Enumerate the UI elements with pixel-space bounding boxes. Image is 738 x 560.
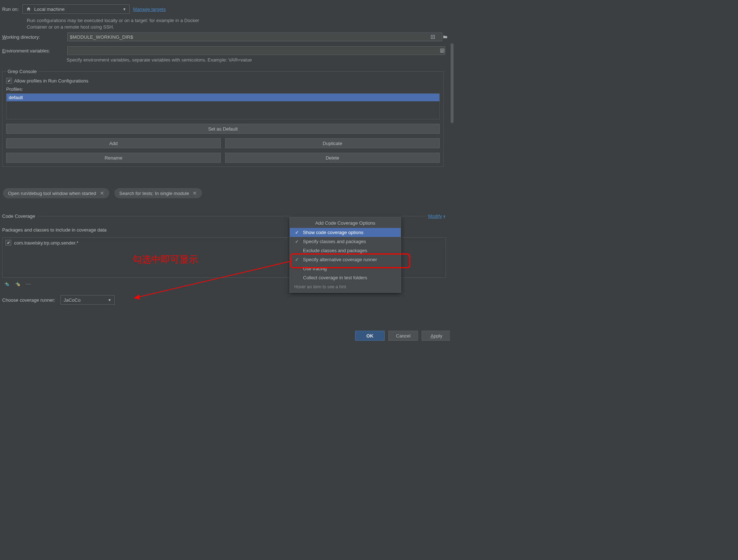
- delete-button[interactable]: Delete: [225, 153, 440, 163]
- packages-label: Packages and classes to include in cover…: [2, 227, 106, 233]
- annotation-text: 勾选中即可显示: [132, 253, 198, 266]
- chevron-down-icon: ▾: [443, 214, 445, 218]
- popup-title: Add Code Coverage Options: [290, 219, 401, 228]
- svg-marker-6: [134, 294, 140, 300]
- code-coverage-label: Code Coverage: [2, 213, 35, 219]
- popup-item-use-tracing[interactable]: Use tracing: [290, 264, 401, 273]
- divider: [38, 216, 425, 216]
- profiles-list[interactable]: default: [6, 93, 440, 119]
- popup-item-label: Specify alternative coverage runner: [303, 257, 377, 262]
- svg-point-2: [7, 284, 9, 286]
- allow-profiles-label: Allow profiles in Run Configurations: [14, 78, 88, 84]
- working-dir-label: Working directory:: [2, 34, 64, 40]
- profiles-label: Profiles:: [6, 86, 440, 92]
- popup-item-label: Collect coverage in test folders: [303, 275, 367, 280]
- choose-runner-combo[interactable]: JaCoCo ▼: [60, 295, 115, 305]
- package-entry-text: com.travelsky.trp.ump.sender.*: [14, 240, 79, 246]
- tag-open-tool-window[interactable]: Open run/debug tool window when started …: [3, 188, 109, 198]
- vertical-scrollbar[interactable]: [450, 0, 454, 343]
- popup-item-exclude-classes[interactable]: Exclude classes and packages: [290, 246, 401, 255]
- home-icon: [26, 6, 31, 12]
- duplicate-button[interactable]: Duplicate: [225, 138, 440, 148]
- scrollbar-thumb[interactable]: [451, 43, 454, 123]
- modify-link[interactable]: Modify ▾: [428, 213, 445, 219]
- add-package-icon[interactable]: [14, 281, 20, 287]
- rename-button[interactable]: Rename: [6, 153, 221, 163]
- popup-hint: Hover an item to see a hint: [290, 282, 401, 290]
- env-vars-input[interactable]: [67, 46, 445, 55]
- cancel-button[interactable]: Cancel: [388, 331, 418, 341]
- profile-item-default[interactable]: default: [7, 94, 439, 101]
- apply-button[interactable]: Apply: [422, 331, 451, 341]
- env-vars-label: Environment variables:: [2, 48, 64, 54]
- tag-label: Open run/debug tool window when started: [8, 191, 96, 196]
- grep-console-legend: Grep Console: [6, 69, 38, 74]
- dialog-button-bar: OK Cancel Apply: [355, 331, 451, 341]
- add-button[interactable]: Add: [6, 138, 221, 148]
- popup-item-collect-folders[interactable]: Collect coverage in test folders: [290, 273, 401, 282]
- insert-macro-icon[interactable]: [430, 34, 436, 40]
- manage-targets-link[interactable]: Manage targets: [133, 7, 166, 12]
- run-on-hint: Run configurations may be executed local…: [27, 17, 204, 30]
- add-class-icon[interactable]: [4, 281, 9, 287]
- env-vars-browse-icon[interactable]: [439, 48, 445, 54]
- chevron-down-icon: ▼: [123, 7, 126, 11]
- env-vars-hint: Specify environment variables, separate …: [67, 57, 252, 63]
- checkbox-checked-icon: ✔: [6, 78, 12, 84]
- close-icon[interactable]: ✕: [193, 190, 197, 196]
- choose-runner-value: JaCoCo: [64, 297, 81, 303]
- allow-profiles-checkbox[interactable]: ✔ Allow profiles in Run Configurations: [6, 78, 440, 84]
- run-on-combo[interactable]: Local machine ▼: [22, 4, 130, 14]
- remove-icon[interactable]: —: [25, 281, 31, 287]
- choose-runner-label: Choose coverage runner:: [2, 297, 55, 303]
- close-icon[interactable]: ✕: [100, 190, 104, 196]
- check-icon: ✓: [294, 239, 299, 244]
- chevron-down-icon: ▼: [108, 298, 111, 302]
- coverage-options-popup: Add Code Coverage Options ✓Show code cov…: [290, 217, 401, 293]
- grep-console-section: Grep Console ✔ Allow profiles in Run Con…: [2, 69, 444, 167]
- popup-item-label: Show code coverage options: [303, 230, 363, 235]
- browse-folder-icon[interactable]: [442, 34, 448, 40]
- check-icon: ✓: [294, 257, 299, 262]
- svg-rect-3: [18, 284, 20, 286]
- checkbox-checked-icon[interactable]: ✔: [5, 240, 11, 246]
- popup-item-label: Specify classes and packages: [303, 239, 366, 244]
- ok-button[interactable]: OK: [355, 331, 385, 341]
- run-on-value: Local machine: [34, 7, 65, 12]
- check-icon: ✓: [294, 230, 299, 235]
- popup-item-label: Exclude classes and packages: [303, 248, 367, 253]
- tag-search-tests[interactable]: Search for tests: In single module ✕: [114, 188, 202, 198]
- run-on-label: Run on:: [2, 7, 19, 12]
- popup-item-specify-classes[interactable]: ✓Specify classes and packages: [290, 237, 401, 246]
- popup-item-label: Use tracing: [303, 266, 327, 271]
- working-dir-input[interactable]: [67, 33, 442, 41]
- tag-label: Search for tests: In single module: [119, 191, 189, 196]
- set-default-button[interactable]: Set as Default: [6, 124, 440, 134]
- popup-item-specify-runner[interactable]: ✓Specify alternative coverage runner: [290, 255, 401, 264]
- modify-label: Modify: [428, 213, 442, 219]
- popup-item-show-options[interactable]: ✓Show code coverage options: [290, 228, 401, 237]
